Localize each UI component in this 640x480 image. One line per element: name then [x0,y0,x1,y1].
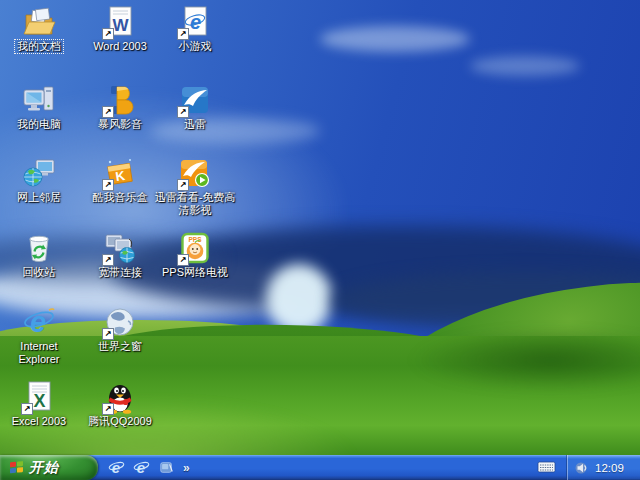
my-computer-icon [22,83,56,117]
start-label: 开始 [29,459,59,477]
xunlei-kankan-icon: ↗ [178,156,212,190]
shortcut-arrow-icon: ↗ [102,328,114,340]
svg-text:e: e [137,459,145,476]
excel-2003-icon: X ↗ [22,380,56,414]
desktop-screen: 我的文档 W ↗ Word 2003 e ↗ 小游戏 [0,0,640,480]
icon-label: 宽带连接 [96,266,144,279]
show-desktop-icon[interactable] [158,459,175,476]
desktop-icon-world-window[interactable]: ↗ 世界之窗 [80,305,160,353]
icon-label: 我的文档 [15,40,63,53]
taskbar-clock[interactable]: 12:09 [595,462,624,474]
icon-label: 迅雷看看-免费高清影视 [150,191,240,218]
shortcut-arrow-icon: ↗ [102,254,114,266]
icon-label: 网上邻居 [15,191,63,204]
desktop-icon-mini-games[interactable]: e ↗ 小游戏 [152,5,238,53]
quick-launch-overflow-chevron[interactable]: » [183,461,190,475]
icon-label: 迅雷 [182,118,208,131]
desktop-icon-internet-explorer[interactable]: e Internet Explorer [1,305,77,367]
bright-sky-gap [266,264,332,334]
cloud-wisp [470,56,580,76]
internet-explorer-icon[interactable]: e [108,459,125,476]
desktop-icon-excel-2003[interactable]: X ↗ Excel 2003 [1,380,77,428]
shortcut-arrow-icon: ↗ [177,179,189,191]
cloud-wisp [320,26,470,52]
desktop-icon-broadband[interactable]: ↗ 宽带连接 [80,231,160,279]
svg-text:e: e [112,459,120,476]
broadband-connection-icon: ↗ [103,231,137,265]
world-window-browser-icon: ↗ [103,305,137,339]
icon-label: 酷我音乐盒 [91,191,150,204]
network-places-icon [22,156,56,190]
taskbar: 开始 e e » [0,455,640,480]
svg-text:W: W [112,16,129,35]
shortcut-arrow-icon: ↗ [102,179,114,191]
icon-label: 我的电脑 [15,118,63,131]
shortcut-arrow-icon: ↗ [102,403,114,415]
icon-label: Word 2003 [91,40,149,53]
shortcut-arrow-icon: ↗ [102,106,114,118]
internet-explorer-icon-2[interactable]: e [133,459,150,476]
desktop-icon-pps[interactable]: PPS ↗ PPS网络电视 [150,231,240,279]
input-method-keyboard-icon[interactable] [537,459,556,475]
shortcut-arrow-icon: ↗ [102,28,114,40]
icon-label: Excel 2003 [10,415,68,428]
desktop-icon-baofeng[interactable]: ↗ 暴风影音 [80,83,160,131]
quick-launch-bar: e e » [108,455,190,480]
word-2003-icon: W ↗ [103,5,137,39]
desktop-icon-word-2003[interactable]: W ↗ Word 2003 [80,5,160,53]
icon-label: 回收站 [21,266,58,279]
desktop-icon-qq[interactable]: ↗ 腾讯QQ2009 [80,380,160,428]
shortcut-arrow-icon: ↗ [177,106,189,118]
svg-text:e: e [190,11,201,33]
shortcut-arrow-icon: ↗ [177,254,189,266]
desktop-icon-xunlei-kankan[interactable]: ↗ 迅雷看看-免费高清影视 [150,156,240,218]
windows-logo-icon [9,460,24,475]
icon-label: Internet Explorer [1,340,77,367]
desktop-icon-xunlei[interactable]: ↗ 迅雷 [152,83,238,131]
icon-label: 腾讯QQ2009 [86,415,154,428]
volume-icon[interactable] [575,461,589,475]
shortcut-arrow-icon: ↗ [177,28,189,40]
xunlei-thunder-icon: ↗ [178,83,212,117]
svg-text:X: X [33,391,45,411]
kuwo-music-box-icon: K ↗ [103,156,137,190]
desktop-icon-kuwo[interactable]: K ↗ 酷我音乐盒 [80,156,160,204]
baofeng-player-icon: ↗ [103,83,137,117]
svg-text:e: e [30,306,46,338]
my-documents-icon [22,5,56,39]
desktop-icon-recycle-bin[interactable]: 回收站 [1,231,77,279]
mini-games-icon: e ↗ [178,5,212,39]
desktop-icon-my-documents[interactable]: 我的文档 [1,5,77,53]
tencent-qq-icon: ↗ [103,380,137,414]
recycle-bin-icon [22,231,56,265]
icon-label: 世界之窗 [96,340,144,353]
icon-label: PPS网络电视 [160,266,230,279]
desktop-icon-network-places[interactable]: 网上邻居 [1,156,77,204]
desktop-icon-my-computer[interactable]: 我的电脑 [1,83,77,131]
system-tray: 12:09 [566,455,640,480]
pps-network-tv-icon: PPS ↗ [178,231,212,265]
icon-label: 小游戏 [177,40,214,53]
icon-label: 暴风影音 [96,118,144,131]
internet-explorer-icon: e [22,305,56,339]
shortcut-arrow-icon: ↗ [21,403,33,415]
start-button[interactable]: 开始 [0,455,98,480]
